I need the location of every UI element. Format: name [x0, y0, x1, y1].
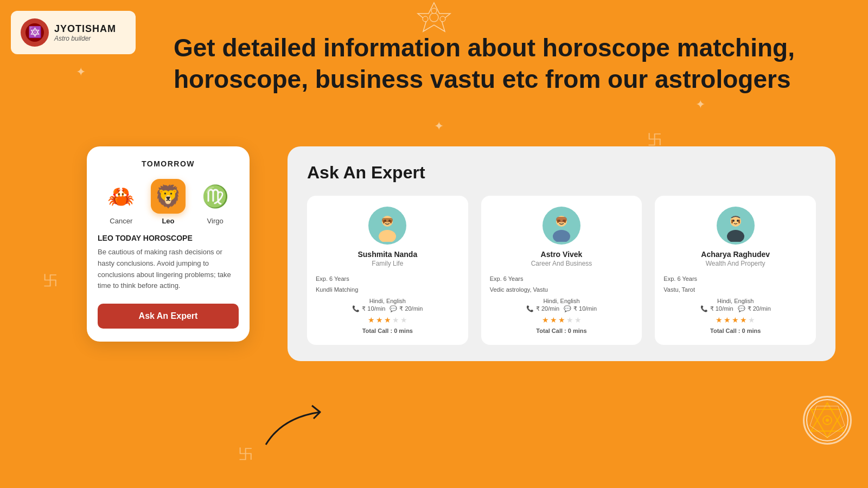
logo-icon: 🔯: [21, 18, 49, 47]
expert-price-1: 📞 ₹ 10/min 💬 ₹ 20/min: [352, 305, 423, 312]
expert-avatar-1: [368, 207, 406, 245]
yantra-decoration: [803, 396, 852, 445]
svg-point-1: [430, 13, 438, 22]
expert-panel: Ask An Expert Sushmita Nanda Family Life: [288, 146, 835, 361]
expert-card-3[interactable]: Acharya Raghudev Wealth And Property Exp…: [655, 196, 816, 345]
expert-specialty-1: Family Life: [372, 260, 403, 267]
expert-name-2: Astro Vivek: [541, 250, 583, 259]
logo-subtitle: Astro builder: [54, 35, 116, 42]
deco-star-3: ✦: [695, 98, 705, 112]
zodiac-item-leo[interactable]: 🦁 Leo: [151, 179, 186, 225]
svg-point-3: [431, 8, 437, 14]
zodiac-icon-leo: 🦁: [151, 179, 186, 214]
svg-rect-28: [731, 220, 733, 223]
svg-rect-29: [738, 220, 740, 223]
svg-marker-0: [418, 3, 450, 31]
zodiac-item-cancer[interactable]: 🦀 Cancer: [104, 179, 138, 225]
expert-total-call-3: Total Call : 0 mins: [710, 328, 761, 334]
expert-lang-2: Hindi, English: [543, 298, 579, 304]
svg-point-35: [826, 419, 829, 422]
expert-avatar-2: [542, 207, 580, 245]
horoscope-text: Be cautious of making rash decisions or …: [98, 247, 239, 292]
experts-row: Sushmita Nanda Family Life Exp. 6 Years …: [307, 196, 816, 345]
expert-exp-1: Exp. 6 Years Kundli Matching: [316, 274, 459, 296]
zodiac-item-virgo[interactable]: ♍ Virgo: [198, 179, 233, 225]
expert-lang-3: Hindi, English: [717, 298, 754, 304]
zodiac-label-leo: Leo: [162, 217, 174, 225]
expert-card-1[interactable]: Sushmita Nanda Family Life Exp. 6 Years …: [307, 196, 468, 345]
svg-rect-14: [390, 220, 392, 223]
expert-panel-title: Ask An Expert: [307, 163, 816, 183]
zodiac-row: 🦀 Cancer 🦁 Leo ♍ Virgo: [98, 179, 239, 225]
expert-stars-3: ★ ★ ★ ★ ★: [716, 316, 755, 324]
expert-total-call-2: Total Call : 0 mins: [536, 328, 586, 334]
ask-expert-button[interactable]: Ask An Expert: [98, 304, 239, 329]
top-decoration: [401, 0, 467, 35]
svg-point-4: [440, 16, 445, 22]
hero-section: Get detailed information about horoscope…: [174, 33, 803, 95]
deco-star-1: ✦: [76, 65, 86, 79]
svg-text:🔯: 🔯: [28, 25, 42, 38]
logo-text: JYOTISHAM Astro builder: [54, 23, 116, 42]
expert-stars-1: ★ ★ ★ ★ ★: [368, 316, 407, 324]
phone-card-header: TOMORROW: [98, 159, 239, 168]
zodiac-label-virgo: Virgo: [207, 217, 224, 225]
expert-price-2: 📞 ₹ 20/min 💬 ₹ 10/min: [526, 305, 597, 312]
svg-rect-13: [383, 220, 385, 223]
deco-swastika-1: 卐: [43, 271, 58, 290]
hero-heading: Get detailed information about horoscope…: [174, 33, 803, 95]
zodiac-icon-virgo: ♍: [198, 179, 233, 214]
phone-card: TOMORROW 🦀 Cancer 🦁 Leo ♍ Virgo LEO TODA…: [87, 146, 250, 342]
svg-point-2: [423, 16, 428, 22]
deco-star-2: ✦: [434, 119, 444, 133]
logo-title: JYOTISHAM: [54, 23, 116, 35]
expert-card-2[interactable]: Astro Vivek Career And Business Exp. 6 Y…: [481, 196, 642, 345]
deco-swastika-3: 卐: [239, 445, 253, 464]
zodiac-icon-cancer: 🦀: [104, 179, 138, 214]
svg-rect-22: [564, 220, 566, 223]
expert-exp-3: Exp. 6 Years Vastu, Tarot: [663, 274, 807, 296]
logo-box: 🔯 JYOTISHAM Astro builder: [11, 11, 136, 54]
horoscope-title: LEO TODAY HOROSCOPE: [98, 234, 239, 242]
expert-exp-2: Exp. 6 Years Vedic astrology, Vastu: [490, 274, 634, 296]
arrow-decoration: [260, 396, 326, 450]
expert-name-1: Sushmita Nanda: [358, 250, 417, 259]
expert-avatar-3: [717, 207, 755, 245]
expert-specialty-2: Career And Business: [531, 260, 592, 267]
svg-rect-21: [557, 220, 559, 223]
zodiac-label-cancer: Cancer: [110, 217, 132, 225]
expert-stars-2: ★ ★ ★ ★ ★: [542, 316, 582, 324]
expert-specialty-3: Wealth And Property: [706, 260, 765, 267]
expert-total-call-1: Total Call : 0 mins: [362, 328, 413, 334]
expert-price-3: 📞 ₹ 10/min 💬 ₹ 20/min: [700, 305, 771, 312]
expert-lang-1: Hindi, English: [369, 298, 406, 304]
expert-name-3: Acharya Raghudev: [701, 250, 770, 259]
